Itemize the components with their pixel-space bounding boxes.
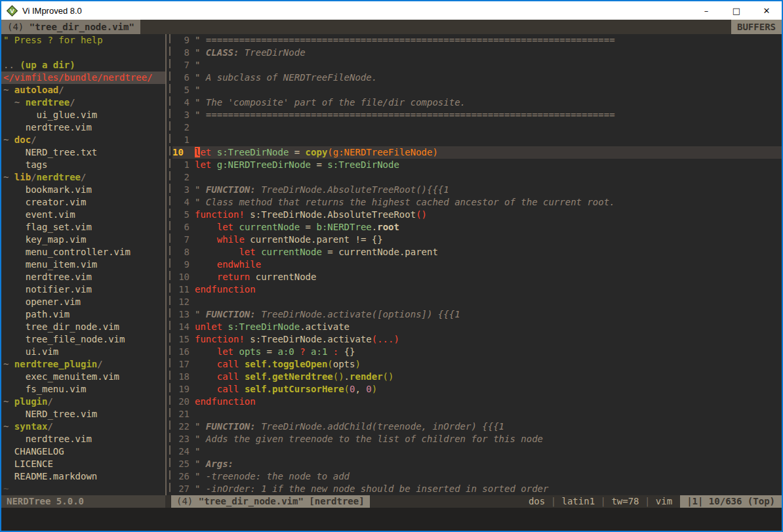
code-line[interactable]: 4" Class method that returns the highest… <box>172 196 782 209</box>
code-line[interactable]: 18 call self.getNerdtree().render() <box>172 371 782 383</box>
code-line[interactable]: 5" <box>172 84 782 96</box>
tree-item[interactable]: ~ nerdtree_plugin/ <box>1 358 165 371</box>
code-line[interactable]: 16 let opts = a:0 ? a:1 : {} <box>172 346 782 358</box>
syntax-segment: notifier.vim <box>3 284 92 295</box>
tree-item[interactable]: ~ plugin/ <box>1 396 165 408</box>
code-line[interactable]: 9" =====================================… <box>172 34 782 47</box>
tree-item[interactable]: tree_file_node.vim <box>1 333 165 346</box>
code-line[interactable]: 13" FUNCTION: TreeDirNode.activate([opti… <box>172 308 782 321</box>
syntax-segment: = <box>300 222 316 232</box>
buffer-tab[interactable]: (4) "tree_dir_node.vim" <box>1 20 140 34</box>
tree-item[interactable]: CHANGELOG <box>1 445 165 458</box>
tree-item[interactable]: ui.vim <box>1 346 165 358</box>
code-line[interactable]: 2 <box>172 121 782 134</box>
line-number: 4 <box>172 196 190 209</box>
syntax-segment: b:NERDTree <box>316 222 371 232</box>
code-line[interactable]: 23" Adds the given treenode to the list … <box>172 433 782 445</box>
code-line[interactable]: 20endfunction <box>172 396 782 408</box>
code-line[interactable]: 3" =====================================… <box>172 109 782 121</box>
code-line[interactable]: 14unlet s:TreeDirNode.activate <box>172 321 782 333</box>
close-button[interactable]: ✕ <box>752 1 782 20</box>
code-line[interactable]: 1 <box>172 134 782 146</box>
code-line[interactable]: 12 <box>172 296 782 308</box>
code-line[interactable]: 27" -inOrder: 1 if the new node should b… <box>172 483 782 495</box>
tree-item[interactable]: .. (up a dir) <box>1 59 165 72</box>
tree-item[interactable]: flag_set.vim <box>1 221 165 234</box>
syntax-segment: LICENCE <box>3 459 53 469</box>
tree-item[interactable]: nerdtree.vim <box>1 121 165 134</box>
tree-item[interactable]: LICENCE <box>1 458 165 470</box>
tree-item[interactable]: ~ nerdtree/ <box>1 96 165 109</box>
syntax-segment: s:TreeDirNode.AbsoluteTreeRoot <box>245 209 416 220</box>
tree-item[interactable]: ~ syntax/ <box>1 420 165 433</box>
tree-item[interactable]: ~ lib/nerdtree/ <box>1 171 165 184</box>
code-line[interactable]: 26" -treenode: the node to add <box>172 470 782 483</box>
tree-item[interactable]: exec_menuitem.vim <box>1 371 165 383</box>
code-line[interactable]: 9 endwhile <box>172 258 782 271</box>
code-line[interactable]: 7 while currentNode.parent != {} <box>172 234 782 246</box>
code-line[interactable]: 22" FUNCTION: TreeDirNode.addChild(treen… <box>172 420 782 433</box>
syntax-segment: plugin <box>14 396 48 407</box>
window-separator[interactable] <box>165 34 172 495</box>
code-line[interactable]: 24" <box>172 445 782 458</box>
code-line[interactable]: 6" A subclass of NERDTreeFileNode. <box>172 72 782 84</box>
tree-item[interactable]: event.vim <box>1 209 165 221</box>
code-line[interactable]: 1let g:NERDTreeDirNode = s:TreeDirNode <box>172 159 782 171</box>
code-line[interactable]: 25" Args: <box>172 458 782 470</box>
editor-panel[interactable]: 9" =====================================… <box>172 34 782 495</box>
titlebar[interactable]: V Vi IMproved 8.0 – □ ✕ <box>1 1 782 20</box>
syntax-segment: render <box>350 371 383 382</box>
tree-item[interactable]: </vimfiles/bundle/nerdtree/ <box>1 72 165 84</box>
tree-item[interactable]: bookmark.vim <box>1 184 165 196</box>
tree-item[interactable]: key_map.vim <box>1 234 165 246</box>
code-line[interactable]: 17 call self.toggleOpen(opts) <box>172 358 782 371</box>
syntax-segment: / <box>47 396 52 407</box>
syntax-segment: " <box>195 309 206 319</box>
tree-item[interactable]: nerdtree.vim <box>1 271 165 283</box>
command-line[interactable] <box>1 508 782 531</box>
tree-item[interactable]: creator.vim <box>1 196 165 209</box>
syntax-segment: FUNCTION: <box>206 309 256 319</box>
tree-item[interactable]: NERD_tree.txt <box>1 146 165 159</box>
tree-item[interactable]: opener.vim <box>1 296 165 308</box>
code-line[interactable]: 3" FUNCTION: TreeDirNode.AbsoluteTreeRoo… <box>172 184 782 196</box>
tree-item[interactable]: menu_item.vim <box>1 258 165 271</box>
tree-item[interactable]: " Press ? for help <box>1 34 165 47</box>
minimize-button[interactable]: – <box>691 1 721 20</box>
tree-item[interactable]: tree_dir_node.vim <box>1 321 165 333</box>
tree-item[interactable]: fs_menu.vim <box>1 383 165 396</box>
code-line[interactable]: 6 let currentNode = b:NERDTree.root <box>172 221 782 234</box>
code-line[interactable]: 2 <box>172 171 782 184</box>
code-line[interactable]: 5function! s:TreeDirNode.AbsoluteTreeRoo… <box>172 209 782 221</box>
tree-item[interactable]: ui_glue.vim <box>1 109 165 121</box>
code-line[interactable]: 15function! s:TreeDirNode.activate(...) <box>172 333 782 346</box>
code-line[interactable]: 10let s:TreeDirNode = copy(g:NERDTreeFil… <box>172 146 782 159</box>
tree-item[interactable]: NERD_tree.vim <box>1 408 165 420</box>
nerdtree-panel[interactable]: " Press ? for help.. (up a dir)</vimfile… <box>1 34 165 495</box>
tree-item[interactable]: path.vim <box>1 308 165 321</box>
code-line[interactable]: 4" The 'composite' part of the file/dir … <box>172 96 782 109</box>
syntax-segment: et <box>200 147 211 157</box>
code-line[interactable]: 21 <box>172 408 782 420</box>
code-line[interactable]: 19 call self.putCursorHere(0, 0) <box>172 383 782 396</box>
code-line[interactable]: 7" <box>172 59 782 72</box>
code-line[interactable]: 8" CLASS: TreeDirNode <box>172 47 782 59</box>
tree-item[interactable]: ~ autoload/ <box>1 84 165 96</box>
syntax-segment: key_map.vim <box>3 234 86 245</box>
tree-item[interactable]: README.markdown <box>1 470 165 483</box>
tree-item[interactable]: nerdtree.vim <box>1 433 165 445</box>
code-line[interactable]: 10 return currentNode <box>172 271 782 283</box>
tree-item[interactable]: ~ <box>1 483 165 495</box>
syntax-segment: root <box>377 222 399 232</box>
tree-item[interactable]: notifier.vim <box>1 283 165 296</box>
tree-item[interactable]: tags <box>1 159 165 171</box>
tree-item[interactable]: ~ doc/ <box>1 134 165 146</box>
flag-separator: | <box>639 496 656 506</box>
syntax-segment: ? <box>300 346 305 357</box>
maximize-button[interactable]: □ <box>721 1 752 20</box>
tree-item[interactable] <box>1 47 165 59</box>
code-line[interactable]: 8 let currentNode = currentNode.parent <box>172 246 782 258</box>
tree-item[interactable]: menu_controller.vim <box>1 246 165 258</box>
syntax-segment: " Class method that returns the highest … <box>195 197 615 207</box>
code-line[interactable]: 11endfunction <box>172 283 782 296</box>
